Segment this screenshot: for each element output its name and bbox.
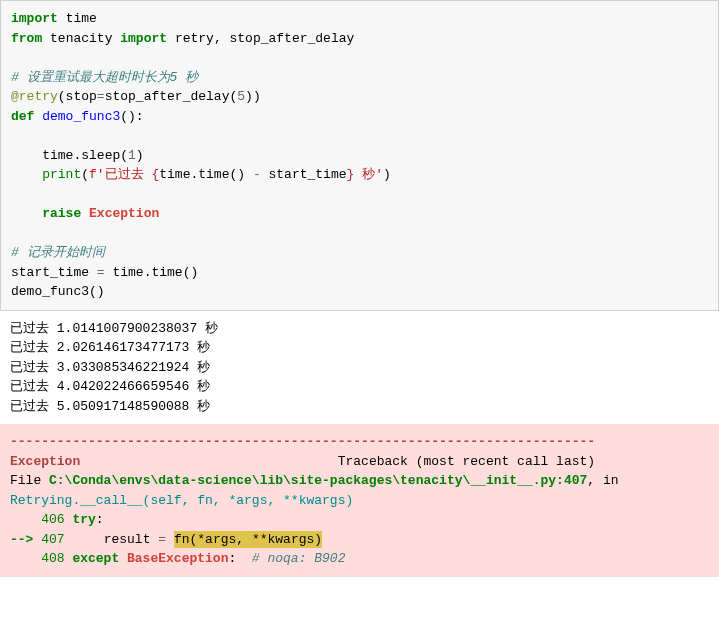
output-line-3: 已过去 3.033085346221924 秒 — [10, 360, 210, 375]
line-408-num: 408 — [10, 551, 65, 566]
sleep-num: 1 — [128, 148, 136, 163]
output-line-2: 已过去 2.026146173477173 秒 — [10, 340, 210, 355]
decorator-close: )) — [245, 89, 261, 104]
file-prefix: File — [10, 473, 49, 488]
decorator-eq: = — [97, 89, 105, 104]
line-407-space — [166, 532, 174, 547]
keyword-import: import — [11, 11, 58, 26]
traceback-header: Traceback (most recent call last) — [338, 454, 595, 469]
comment-start-time: # 记录开始时间 — [11, 245, 105, 260]
line-408-except: except — [65, 551, 120, 566]
keyword-raise: raise — [42, 206, 81, 221]
fstring-expr: time.time() — [159, 167, 253, 182]
line-407-num: 407 — [41, 532, 64, 547]
fstring-prefix: f'已过去 — [89, 167, 151, 182]
fstring-minus: - — [253, 167, 261, 182]
assign-left: start_time — [11, 265, 97, 280]
line-406-try: try — [65, 512, 96, 527]
func-parens: (): — [120, 109, 143, 124]
line-407-indent: result — [65, 532, 159, 547]
fstring-start-time: start_time — [261, 167, 347, 182]
decorator-open: (stop — [58, 89, 97, 104]
print-builtin: print — [42, 167, 81, 182]
assign-right: time.time() — [105, 265, 199, 280]
keyword-def: def — [11, 109, 34, 124]
sleep-close: ) — [136, 148, 144, 163]
module-tenacity: tenacity — [50, 31, 112, 46]
traceback-spacer — [80, 454, 337, 469]
stdout-output: 已过去 1.0141007900238037 秒 已过去 2.026146173… — [0, 311, 719, 425]
print-open: ( — [81, 167, 89, 182]
sleep-call: time.sleep( — [42, 148, 128, 163]
output-line-4: 已过去 4.042022466659546 秒 — [10, 379, 210, 394]
traceback-arrow: --> — [10, 532, 41, 547]
file-suffix: , in — [587, 473, 626, 488]
keyword-from: from — [11, 31, 42, 46]
exception-type: Exception — [89, 206, 159, 221]
call-demo-func: demo_func3() — [11, 284, 105, 299]
imported-names: retry, stop_after_delay — [175, 31, 354, 46]
comment-timeout: # 设置重试最大超时时长为5 秒 — [11, 70, 198, 85]
fstring-suffix: 秒' — [354, 167, 383, 182]
assign-op: = — [97, 265, 105, 280]
function-name: demo_func3 — [42, 109, 120, 124]
print-close: ) — [383, 167, 391, 182]
keyword-import2: import — [120, 31, 167, 46]
line-406-num: 406 — [10, 512, 65, 527]
decorator-num: 5 — [237, 89, 245, 104]
python-source-code: import time from tenacity import retry, … — [0, 0, 719, 311]
output-line-5: 已过去 5.050917148590088 秒 — [10, 399, 210, 414]
traceback-exception-name: Exception — [10, 454, 80, 469]
line-408-base-exception: BaseException — [119, 551, 228, 566]
traceback-function-signature: Retrying.__call__(self, fn, *args, **kwa… — [10, 493, 353, 508]
decorator-retry: @retry — [11, 89, 58, 104]
traceback-separator: ----------------------------------------… — [10, 434, 595, 449]
traceback-file-path: C:\Conda\envs\data-science\lib\site-pack… — [49, 473, 587, 488]
line-407-eq: = — [158, 532, 166, 547]
decorator-stop-call: stop_after_delay( — [105, 89, 238, 104]
traceback-block: ----------------------------------------… — [0, 424, 719, 577]
traceback-highlighted-call: fn(*args, **kwargs) — [174, 531, 322, 548]
line-406-colon: : — [96, 512, 104, 527]
module-time: time — [66, 11, 97, 26]
output-line-1: 已过去 1.0141007900238037 秒 — [10, 321, 218, 336]
line-408-comment: # noqa: B902 — [236, 551, 345, 566]
